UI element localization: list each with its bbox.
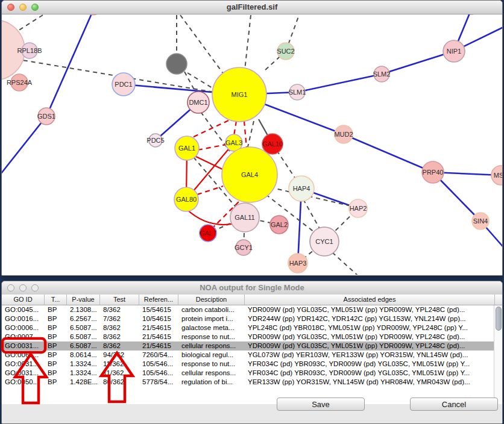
window-controls-inactive [7, 284, 39, 292]
table-body: GO:0045...BP2.1308...8/36215/54615carbon… [2, 305, 502, 387]
cell: GO:0007... [2, 332, 45, 341]
network-window-titlebar[interactable]: galFiltered.sif [2, 1, 502, 14]
node-label-SLM1: SLM1 [289, 89, 306, 96]
network-edge [344, 134, 433, 172]
table-row-7[interactable]: GO:0031...BP1.3324...11/362105/546...cel… [2, 369, 502, 378]
node-label-CYC1: CYC1 [315, 238, 333, 245]
network-edge [245, 15, 251, 70]
cell: 105/546... [139, 369, 178, 378]
noa-window-titlebar[interactable]: NOA output for Single Mode [2, 281, 502, 295]
node-label-GAL7: GAL7 [200, 229, 216, 237]
network-edge [247, 121, 254, 149]
cell: 11/362 [100, 369, 139, 378]
column-header-4[interactable]: Referen... [139, 295, 178, 305]
table-row-2[interactable]: GO:0006...BP6.5087...8/36221/54615galact… [2, 323, 502, 332]
minimize-button[interactable] [19, 284, 27, 292]
cell: BP [45, 378, 67, 387]
node-label-GAL2: GAL2 [271, 221, 288, 228]
network-window-title: galFiltered.sif [227, 2, 278, 11]
network-edge [198, 145, 226, 150]
node-label-PDC1: PDC1 [115, 81, 132, 88]
cell: YDR244W (pp) YDR142C, YDR142C (pp) YGL15… [245, 314, 495, 323]
network-canvas[interactable]: RPL18BRPS24AGDS1PDC1MIG1DMC1SUC2SLM1SLM2… [2, 14, 502, 275]
save-button[interactable]: Save [277, 398, 365, 411]
node-label-HAP2: HAP2 [350, 205, 367, 212]
node-label-HAP3: HAP3 [289, 260, 307, 267]
table-row-5[interactable]: GO:0065...BP8.0614...94/3627260/54...bio… [2, 351, 502, 360]
cancel-button[interactable]: Cancel [410, 398, 498, 411]
cell: YDR009W (pd) YGL035C, YML051W (pp) YDR00… [245, 305, 495, 314]
network-edge [234, 121, 236, 136]
column-header-5[interactable]: Desciption [178, 295, 245, 305]
node-label-RPS24A: RPS24A [7, 79, 33, 86]
cell: GO:0031... [2, 360, 45, 369]
vertical-scrollbar[interactable] [494, 305, 502, 404]
node-label-GCY1: GCY1 [235, 244, 253, 251]
table-row-8[interactable]: GO:0050...BP1.428E...80/3625778/54...reg… [2, 378, 502, 387]
cell: response to nut... [178, 332, 245, 341]
table-row-0[interactable]: GO:0045...BP2.1308...8/36215/54615carbon… [2, 305, 502, 314]
node-dark-node[interactable] [166, 54, 187, 74]
cell: 6.2567... [67, 314, 100, 323]
cell: GO:0031... [2, 369, 45, 378]
scrollbar-thumb[interactable] [496, 307, 502, 331]
cell: GO:0065... [2, 351, 45, 360]
cell: BP [45, 323, 67, 332]
cell: YER133W (pp) YOR315W, YNL145W (pd) YHR08… [245, 378, 495, 387]
noa-window-title: NOA output for Single Mode [200, 283, 304, 292]
table-row-4[interactable]: GO:0031...BP6.5087...8/36221/54615cellul… [2, 341, 502, 351]
table-header-row: GO IDT...P-valueTestReferen...Desciption… [2, 295, 502, 305]
cell: 21/54615 [139, 332, 178, 341]
cell: GO:0016... [2, 314, 45, 323]
cell: BP [45, 332, 67, 341]
close-button[interactable] [7, 4, 14, 11]
close-button[interactable] [7, 284, 14, 292]
node-label-GAL10: GAL10 [262, 140, 283, 148]
node-label-PDC5: PDC5 [146, 137, 164, 144]
cell: 8/362 [100, 305, 139, 314]
table-row-6[interactable]: GO:0031...BP1.3324...11/362105/546...res… [2, 360, 502, 369]
results-table: GO IDT...P-valueTestReferen...Desciption… [2, 295, 502, 404]
cell: cellular respons... [178, 341, 245, 351]
node-label-HAP4: HAP4 [293, 185, 310, 192]
cell: BP [45, 351, 67, 360]
window-controls [7, 4, 39, 11]
node-edge-node-top[interactable] [87, 14, 100, 15]
cell: GO:0050... [2, 378, 45, 387]
cell: 7260/54... [139, 351, 178, 360]
column-header-0[interactable]: GO ID [2, 295, 45, 305]
cell: 105/546... [139, 360, 178, 369]
cell: BP [45, 360, 67, 369]
node-label-GAL11: GAL11 [235, 214, 254, 221]
column-header-2[interactable]: P-value [67, 295, 100, 305]
node-label-GAL3: GAL3 [225, 139, 242, 146]
node-label-MUD2: MUD2 [334, 131, 353, 138]
cell: 2.1308... [67, 305, 100, 314]
table-row-3[interactable]: GO:0007...BP6.5087...8/36221/54615respon… [2, 332, 502, 341]
network-edge [297, 74, 382, 92]
cell: 8.0614... [67, 351, 100, 360]
zoom-button[interactable] [31, 4, 39, 11]
node-label-GAL80: GAL80 [176, 196, 197, 203]
cell: 8/362 [100, 332, 139, 341]
column-header-3[interactable]: Test [100, 295, 139, 305]
network-graph: RPL18BRPS24AGDS1PDC1MIG1DMC1SUC2SLM1SLM2… [2, 14, 502, 275]
cell: 10/54615 [139, 314, 178, 323]
column-header-6[interactable]: Associated edges [245, 295, 495, 305]
column-header-1[interactable]: T... [45, 295, 67, 305]
cell: biological regul... [178, 351, 245, 360]
node-label-GDS1: GDS1 [37, 113, 55, 120]
cell: 94/362 [100, 351, 139, 360]
cell: YGL073W (pd) YER103W, YER133W (pp) YOR31… [245, 351, 495, 360]
cell: cellular respons... [178, 369, 245, 378]
node-label-MIG1: MIG1 [232, 91, 248, 98]
cell: GO:0045... [2, 305, 45, 314]
table-row-1[interactable]: GO:0016...BP6.2567...7/36210/54615protei… [2, 314, 502, 323]
cell: YDR009W (pd) YGL035C, YML051W (pp) YDR00… [245, 341, 495, 351]
minimize-button[interactable] [19, 4, 27, 11]
cell: BP [45, 369, 67, 378]
cell: YFR034C (pd) YBR093C, YDR009W (pd) YGL03… [245, 360, 495, 369]
cell: response to nut... [178, 360, 245, 369]
cell: GO:0031... [2, 341, 45, 351]
zoom-button[interactable] [31, 284, 39, 292]
